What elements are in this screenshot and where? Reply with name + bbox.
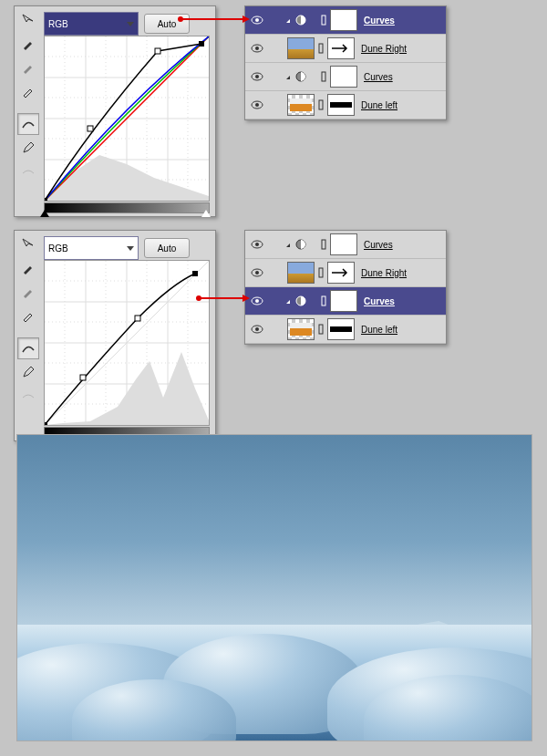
svg-rect-45 [322, 240, 325, 249]
layers-panel-1: Curves Dune Right Curves Dune left [244, 5, 447, 120]
curves-toolbar [17, 233, 39, 407]
clip-indicator [284, 71, 317, 82]
visibility-icon[interactable] [249, 264, 265, 281]
layer-mask[interactable] [327, 94, 355, 116]
eyedropper-black-icon[interactable] [17, 33, 39, 55]
layer-name: Curves [364, 16, 395, 26]
eyedropper-white-icon[interactable] [17, 305, 39, 326]
svg-point-43 [255, 243, 259, 246]
layer-name: Curves [364, 296, 395, 306]
curves-panel-2: RGB Auto [14, 230, 216, 441]
curve-point[interactable] [192, 271, 198, 276]
channel-select[interactable]: RGB [44, 236, 139, 260]
visibility-icon[interactable] [249, 293, 265, 309]
target-adjust-tool[interactable] [17, 9, 39, 31]
curves-panel-1: RGB Auto [14, 5, 216, 217]
layer-thumb[interactable] [287, 37, 315, 59]
link-icon [317, 42, 325, 55]
curves-graph-1[interactable] [44, 36, 210, 202]
layer-row-dune-right[interactable]: Dune Right [245, 259, 446, 287]
layer-row-curves-1[interactable]: Curves [245, 6, 446, 35]
layer-name: Curves [364, 72, 393, 82]
visibility-icon[interactable] [249, 12, 265, 28]
layer-mask[interactable] [327, 37, 355, 59]
visibility-icon[interactable] [249, 236, 265, 253]
layer-name: Dune left [361, 100, 397, 110]
layer-mask[interactable] [327, 262, 355, 284]
visibility-icon[interactable] [249, 321, 265, 337]
layer-row-curves-2[interactable]: Curves [245, 287, 446, 316]
layer-name: Dune left [361, 325, 397, 335]
svg-rect-48 [319, 268, 323, 277]
pencil-tool[interactable] [17, 137, 39, 159]
curve-point[interactable] [135, 316, 140, 321]
chevron-down-icon [127, 22, 134, 26]
layer-thumb[interactable] [287, 94, 315, 116]
auto-button[interactable]: Auto [144, 238, 190, 258]
annotation-arrow-1 [181, 18, 243, 20]
link-icon [317, 323, 325, 336]
layer-row-dune-left[interactable]: Dune left [245, 91, 446, 119]
input-slider[interactable] [44, 202, 210, 213]
layers-panel-2: Curves Dune Right Curves Dune left [244, 230, 447, 345]
channel-row: RGB Auto [44, 236, 190, 260]
link-icon [320, 70, 327, 83]
clip-indicator [284, 295, 317, 306]
link-icon [320, 14, 327, 26]
link-icon [317, 266, 325, 279]
channel-select[interactable]: RGB [44, 12, 139, 36]
svg-point-50 [255, 299, 259, 303]
layer-mask[interactable] [330, 66, 357, 88]
visibility-icon[interactable] [249, 40, 265, 57]
svg-point-26 [255, 103, 259, 107]
curve-point[interactable] [155, 48, 160, 54]
link-icon [320, 295, 327, 307]
layer-name: Curves [364, 240, 393, 250]
annotation-arrow-2 [199, 297, 243, 299]
layer-mask[interactable] [330, 233, 357, 255]
clip-indicator [284, 15, 317, 26]
layer-row-curves-1[interactable]: Curves [245, 231, 446, 259]
link-icon [317, 98, 325, 111]
layer-mask[interactable] [330, 290, 357, 312]
curves-toolbar [17, 9, 39, 182]
curve-point[interactable] [45, 422, 47, 425]
black-point-slider[interactable] [40, 210, 49, 217]
svg-rect-24 [322, 72, 325, 81]
layer-mask[interactable] [327, 318, 355, 340]
smooth-tool[interactable] [17, 385, 39, 407]
target-adjust-tool[interactable] [17, 233, 39, 255]
eyedropper-gray-icon[interactable] [17, 57, 39, 78]
result-preview [16, 434, 532, 741]
curve-point[interactable] [199, 41, 204, 47]
curve-smooth-tool[interactable] [17, 337, 39, 359]
eyedropper-gray-icon[interactable] [17, 281, 39, 303]
visibility-icon[interactable] [249, 97, 265, 113]
curve-point[interactable] [45, 198, 47, 201]
curve-point[interactable] [88, 126, 93, 131]
auto-button[interactable]: Auto [144, 14, 190, 34]
svg-point-22 [255, 75, 259, 78]
svg-point-15 [255, 18, 259, 22]
layer-name: Dune Right [361, 268, 407, 278]
svg-point-19 [255, 47, 259, 50]
curves-graph-2[interactable] [44, 260, 210, 426]
layer-thumb[interactable] [287, 318, 315, 340]
eyedropper-white-icon[interactable] [17, 80, 39, 102]
layer-row-dune-right[interactable]: Dune Right [245, 35, 446, 63]
pencil-tool[interactable] [17, 361, 39, 383]
eyedropper-black-icon[interactable] [17, 257, 39, 279]
clip-indicator [284, 239, 317, 250]
white-point-slider[interactable] [201, 210, 211, 217]
svg-point-47 [255, 271, 259, 274]
layer-row-dune-left[interactable]: Dune left [245, 316, 446, 344]
smooth-tool[interactable] [17, 161, 39, 182]
curve-smooth-tool[interactable] [17, 113, 39, 135]
visibility-icon[interactable] [249, 68, 265, 85]
channel-label: RGB [48, 19, 68, 29]
layer-row-curves-2[interactable]: Curves [245, 63, 446, 91]
svg-rect-27 [319, 100, 323, 109]
layer-mask[interactable] [330, 9, 357, 31]
layer-thumb[interactable] [287, 262, 315, 284]
curve-point[interactable] [80, 375, 86, 380]
